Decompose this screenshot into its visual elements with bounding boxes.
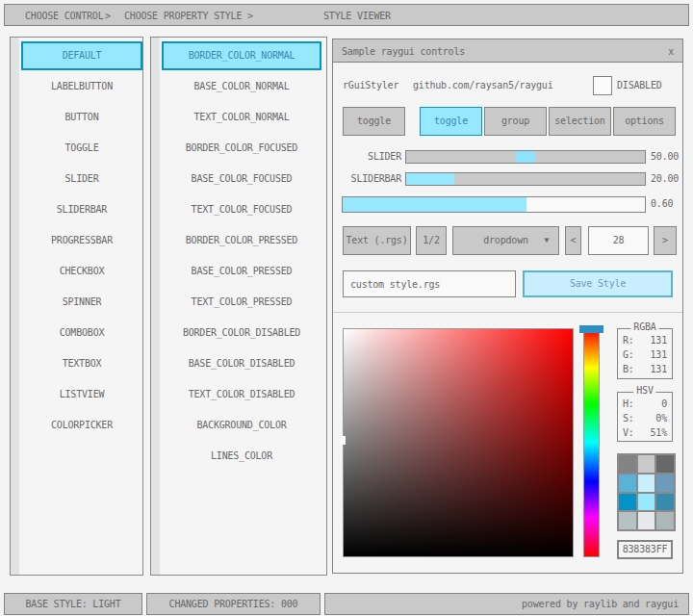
sliderbar-fill: [406, 173, 454, 185]
palette-swatch: [656, 455, 674, 473]
controls-list-item[interactable]: DEFAULT: [21, 41, 142, 70]
controls-list-item[interactable]: LISTVIEW: [21, 380, 142, 409]
dropdown-label: dropdown: [483, 235, 528, 245]
hex-value-box[interactable]: 838383FF: [617, 540, 673, 559]
toggle-group-item[interactable]: options: [613, 107, 676, 136]
g-label: G:: [623, 347, 634, 363]
properties-list-item[interactable]: BORDER_COLOR_NORMAL: [162, 41, 321, 70]
properties-list-scrollbar[interactable]: [151, 38, 160, 575]
save-style-button[interactable]: Save Style: [523, 270, 673, 297]
s-label: S:: [623, 411, 634, 426]
g-value: 131: [651, 347, 667, 363]
properties-list-panel: BORDER_COLOR_NORMALBASE_COLOR_NORMALTEXT…: [150, 37, 327, 576]
progress-bar: [342, 196, 646, 213]
breadcrumb: CHOOSE CONTROL > CHOOSE PROPERTY STYLE >…: [4, 4, 689, 26]
hue-slider-thumb[interactable]: [579, 325, 603, 333]
filename-input[interactable]: [343, 270, 516, 297]
close-icon[interactable]: x: [668, 45, 674, 56]
slider[interactable]: [405, 150, 646, 164]
v-label: V:: [623, 425, 634, 441]
hue-bar[interactable]: [583, 328, 600, 557]
toggle-group-item[interactable]: selection: [549, 107, 611, 136]
status-base-style: BASE STYLE: LIGHT: [4, 593, 142, 615]
palette-swatch: [619, 475, 636, 492]
hsv-groupbox: HSV H: 0 S: 0% V: 51%: [617, 392, 673, 442]
controls-list-item[interactable]: TEXTBOX: [21, 349, 142, 378]
disabled-label: DISABLED: [617, 76, 662, 95]
dropdown-arrow-icon: ▼: [544, 227, 549, 254]
controls-list-item[interactable]: CHECKBOX: [21, 257, 142, 286]
palette-swatch: [619, 455, 636, 473]
divider: [333, 312, 682, 313]
next-button[interactable]: >: [654, 226, 677, 255]
slider-handle[interactable]: [516, 151, 535, 163]
controls-list-item[interactable]: SPINNER: [21, 288, 142, 317]
breadcrumb-style-viewer: STYLE VIEWER: [323, 10, 391, 20]
properties-list-item[interactable]: BASE_COLOR_PRESSED: [162, 257, 321, 286]
properties-list-item[interactable]: BORDER_COLOR_FOCUSED: [162, 134, 321, 163]
progress-bar-fill: [343, 197, 526, 212]
rguistyler-app: CHOOSE CONTROL > CHOOSE PROPERTY STYLE >…: [0, 0, 693, 616]
controls-list-panel: DEFAULTLABELBUTTONBUTTONTOGGLESLIDERSLID…: [10, 37, 143, 576]
properties-list-item[interactable]: TEXT_COLOR_PRESSED: [162, 288, 321, 317]
controls-list-scrollbar[interactable]: [11, 38, 19, 575]
dropdown-button[interactable]: dropdown ▼: [452, 226, 559, 255]
color-picker-gradient[interactable]: [343, 328, 574, 557]
properties-list-item[interactable]: BORDER_COLOR_PRESSED: [162, 226, 321, 255]
window-titlebar[interactable]: Sample raygui controls x: [333, 39, 682, 63]
controls-list-item[interactable]: COMBOBOX: [21, 319, 142, 347]
size-value-box[interactable]: 28: [588, 226, 649, 255]
style-color-palette: [617, 453, 676, 531]
r-value: 131: [651, 333, 667, 348]
properties-list-item[interactable]: BASE_COLOR_DISABLED: [162, 349, 321, 378]
disabled-checkbox[interactable]: [593, 76, 612, 95]
rgba-title: RGBA: [630, 321, 658, 332]
palette-swatch: [638, 494, 655, 511]
controls-list-item[interactable]: TOGGLE: [21, 134, 142, 163]
palette-swatch: [619, 512, 636, 529]
progress-value: 0.60: [651, 197, 673, 211]
properties-list-item[interactable]: BORDER_COLOR_DISABLED: [162, 319, 321, 347]
repo-link[interactable]: github.com/raysan5/raygui: [413, 76, 553, 95]
properties-list-item[interactable]: TEXT_COLOR_FOCUSED: [162, 195, 321, 224]
app-name-label: rGuiStyler: [343, 76, 398, 95]
controls-list-item[interactable]: COLORPICKER: [21, 411, 142, 440]
properties-list-item[interactable]: TEXT_COLOR_NORMAL: [162, 103, 321, 132]
controls-list-item[interactable]: PROGRESSBAR: [21, 226, 142, 255]
properties-list-item[interactable]: BASE_COLOR_NORMAL: [162, 72, 321, 101]
b-label: B:: [623, 362, 634, 377]
properties-list-item[interactable]: BACKGROUND_COLOR: [162, 411, 321, 440]
chevron-right-icon: >: [105, 10, 111, 20]
palette-swatch: [656, 475, 674, 492]
palette-swatch: [656, 494, 674, 511]
h-label: H:: [623, 397, 634, 412]
palette-swatch: [638, 475, 655, 492]
sliderbar[interactable]: [405, 172, 646, 186]
h-value: 0: [661, 397, 667, 412]
slider-label: SLIDER: [333, 150, 401, 164]
breadcrumb-choose-control: CHOOSE CONTROL: [25, 10, 104, 20]
chevron-right-icon: >: [247, 10, 253, 20]
toggle-group-item[interactable]: group: [484, 107, 547, 136]
controls-list-item[interactable]: SLIDER: [21, 165, 142, 193]
properties-list-item[interactable]: LINES_COLOR: [162, 442, 321, 471]
color-picker-cursor[interactable]: [341, 436, 346, 445]
properties-list-item[interactable]: TEXT_COLOR_DISABLED: [162, 380, 321, 409]
controls-list-item[interactable]: BUTTON: [21, 103, 142, 132]
b-value: 131: [651, 362, 667, 377]
status-changed-properties: CHANGED PROPERTIES: 000: [146, 593, 321, 615]
hsv-title: HSV: [633, 385, 655, 396]
half-button[interactable]: 1/2: [416, 226, 447, 255]
slider-value: 50.00: [651, 150, 679, 164]
controls-list-item[interactable]: SLIDERBAR: [21, 195, 142, 224]
toggle-group-item[interactable]: toggle: [420, 107, 482, 136]
controls-list-item[interactable]: LABELBUTTON: [21, 72, 142, 101]
prev-button[interactable]: <: [565, 226, 581, 255]
r-label: R:: [623, 333, 634, 348]
s-value: 0%: [655, 411, 667, 426]
text-rgs-button[interactable]: Text (.rgs): [343, 226, 411, 255]
sliderbar-label: SLIDERBAR: [333, 172, 401, 186]
palette-swatch: [638, 455, 655, 473]
style-viewer-window: Sample raygui controls x rGuiStyler gith…: [332, 38, 683, 574]
properties-list-item[interactable]: BASE_COLOR_FOCUSED: [162, 165, 321, 193]
